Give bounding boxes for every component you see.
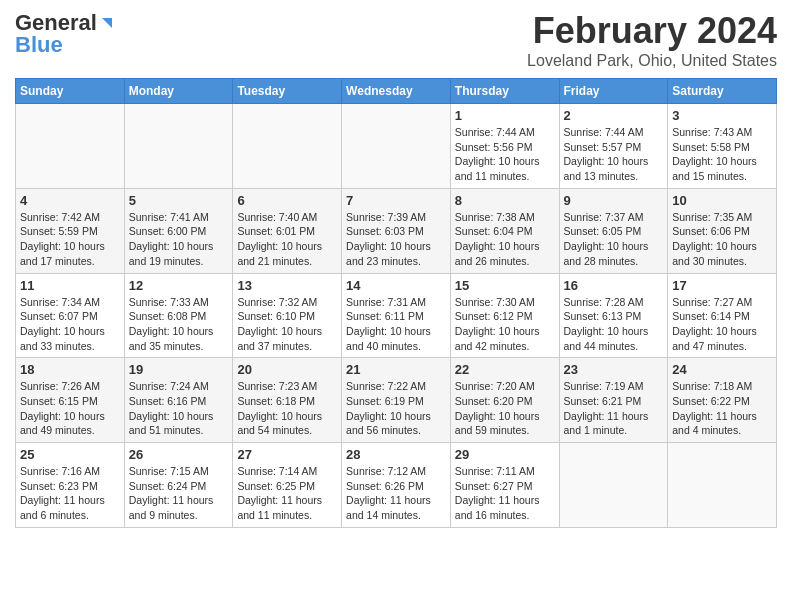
calendar-body: 1Sunrise: 7:44 AM Sunset: 5:56 PM Daylig…	[16, 104, 777, 528]
day-info: Sunrise: 7:32 AM Sunset: 6:10 PM Dayligh…	[237, 295, 337, 354]
col-friday: Friday	[559, 79, 668, 104]
calendar-cell: 22Sunrise: 7:20 AM Sunset: 6:20 PM Dayli…	[450, 358, 559, 443]
day-number: 6	[237, 193, 337, 208]
calendar-cell: 20Sunrise: 7:23 AM Sunset: 6:18 PM Dayli…	[233, 358, 342, 443]
header-right: February 2024 Loveland Park, Ohio, Unite…	[527, 10, 777, 70]
calendar-cell	[233, 104, 342, 189]
location: Loveland Park, Ohio, United States	[527, 52, 777, 70]
day-number: 20	[237, 362, 337, 377]
calendar-cell: 14Sunrise: 7:31 AM Sunset: 6:11 PM Dayli…	[342, 273, 451, 358]
day-info: Sunrise: 7:34 AM Sunset: 6:07 PM Dayligh…	[20, 295, 120, 354]
day-info: Sunrise: 7:18 AM Sunset: 6:22 PM Dayligh…	[672, 379, 772, 438]
calendar-cell: 4Sunrise: 7:42 AM Sunset: 5:59 PM Daylig…	[16, 188, 125, 273]
day-number: 27	[237, 447, 337, 462]
day-info: Sunrise: 7:20 AM Sunset: 6:20 PM Dayligh…	[455, 379, 555, 438]
day-number: 15	[455, 278, 555, 293]
calendar-cell: 11Sunrise: 7:34 AM Sunset: 6:07 PM Dayli…	[16, 273, 125, 358]
logo: General Blue	[15, 10, 116, 58]
day-number: 1	[455, 108, 555, 123]
calendar-cell	[559, 443, 668, 528]
col-monday: Monday	[124, 79, 233, 104]
day-info: Sunrise: 7:15 AM Sunset: 6:24 PM Dayligh…	[129, 464, 229, 523]
logo-blue-text: Blue	[15, 32, 63, 58]
day-number: 2	[564, 108, 664, 123]
day-info: Sunrise: 7:31 AM Sunset: 6:11 PM Dayligh…	[346, 295, 446, 354]
page-container: General Blue February 2024 Loveland Park…	[0, 0, 792, 538]
day-number: 5	[129, 193, 229, 208]
day-number: 14	[346, 278, 446, 293]
calendar-cell	[342, 104, 451, 189]
calendar-week-row: 4Sunrise: 7:42 AM Sunset: 5:59 PM Daylig…	[16, 188, 777, 273]
day-info: Sunrise: 7:14 AM Sunset: 6:25 PM Dayligh…	[237, 464, 337, 523]
calendar-cell: 23Sunrise: 7:19 AM Sunset: 6:21 PM Dayli…	[559, 358, 668, 443]
day-info: Sunrise: 7:23 AM Sunset: 6:18 PM Dayligh…	[237, 379, 337, 438]
col-thursday: Thursday	[450, 79, 559, 104]
calendar-cell: 5Sunrise: 7:41 AM Sunset: 6:00 PM Daylig…	[124, 188, 233, 273]
day-number: 9	[564, 193, 664, 208]
col-tuesday: Tuesday	[233, 79, 342, 104]
day-info: Sunrise: 7:19 AM Sunset: 6:21 PM Dayligh…	[564, 379, 664, 438]
calendar-cell: 6Sunrise: 7:40 AM Sunset: 6:01 PM Daylig…	[233, 188, 342, 273]
day-info: Sunrise: 7:44 AM Sunset: 5:56 PM Dayligh…	[455, 125, 555, 184]
calendar-cell: 21Sunrise: 7:22 AM Sunset: 6:19 PM Dayli…	[342, 358, 451, 443]
calendar-week-row: 1Sunrise: 7:44 AM Sunset: 5:56 PM Daylig…	[16, 104, 777, 189]
calendar-cell: 28Sunrise: 7:12 AM Sunset: 6:26 PM Dayli…	[342, 443, 451, 528]
day-number: 11	[20, 278, 120, 293]
day-info: Sunrise: 7:42 AM Sunset: 5:59 PM Dayligh…	[20, 210, 120, 269]
calendar-cell	[668, 443, 777, 528]
day-info: Sunrise: 7:28 AM Sunset: 6:13 PM Dayligh…	[564, 295, 664, 354]
svg-marker-0	[102, 18, 112, 28]
day-number: 3	[672, 108, 772, 123]
calendar-cell: 2Sunrise: 7:44 AM Sunset: 5:57 PM Daylig…	[559, 104, 668, 189]
calendar-cell: 15Sunrise: 7:30 AM Sunset: 6:12 PM Dayli…	[450, 273, 559, 358]
day-info: Sunrise: 7:27 AM Sunset: 6:14 PM Dayligh…	[672, 295, 772, 354]
day-number: 4	[20, 193, 120, 208]
day-number: 24	[672, 362, 772, 377]
day-info: Sunrise: 7:16 AM Sunset: 6:23 PM Dayligh…	[20, 464, 120, 523]
day-number: 21	[346, 362, 446, 377]
day-info: Sunrise: 7:40 AM Sunset: 6:01 PM Dayligh…	[237, 210, 337, 269]
day-info: Sunrise: 7:11 AM Sunset: 6:27 PM Dayligh…	[455, 464, 555, 523]
month-title: February 2024	[527, 10, 777, 52]
day-info: Sunrise: 7:35 AM Sunset: 6:06 PM Dayligh…	[672, 210, 772, 269]
calendar-header: Sunday Monday Tuesday Wednesday Thursday…	[16, 79, 777, 104]
day-info: Sunrise: 7:22 AM Sunset: 6:19 PM Dayligh…	[346, 379, 446, 438]
calendar-cell: 12Sunrise: 7:33 AM Sunset: 6:08 PM Dayli…	[124, 273, 233, 358]
day-number: 26	[129, 447, 229, 462]
day-number: 22	[455, 362, 555, 377]
day-info: Sunrise: 7:44 AM Sunset: 5:57 PM Dayligh…	[564, 125, 664, 184]
day-number: 28	[346, 447, 446, 462]
day-number: 10	[672, 193, 772, 208]
day-number: 12	[129, 278, 229, 293]
calendar-cell: 1Sunrise: 7:44 AM Sunset: 5:56 PM Daylig…	[450, 104, 559, 189]
header-row: Sunday Monday Tuesday Wednesday Thursday…	[16, 79, 777, 104]
day-number: 7	[346, 193, 446, 208]
calendar-cell: 18Sunrise: 7:26 AM Sunset: 6:15 PM Dayli…	[16, 358, 125, 443]
day-number: 18	[20, 362, 120, 377]
calendar-cell: 26Sunrise: 7:15 AM Sunset: 6:24 PM Dayli…	[124, 443, 233, 528]
calendar-cell: 16Sunrise: 7:28 AM Sunset: 6:13 PM Dayli…	[559, 273, 668, 358]
day-info: Sunrise: 7:12 AM Sunset: 6:26 PM Dayligh…	[346, 464, 446, 523]
day-number: 25	[20, 447, 120, 462]
calendar-cell: 24Sunrise: 7:18 AM Sunset: 6:22 PM Dayli…	[668, 358, 777, 443]
day-number: 8	[455, 193, 555, 208]
day-info: Sunrise: 7:43 AM Sunset: 5:58 PM Dayligh…	[672, 125, 772, 184]
calendar-cell: 25Sunrise: 7:16 AM Sunset: 6:23 PM Dayli…	[16, 443, 125, 528]
calendar-cell: 8Sunrise: 7:38 AM Sunset: 6:04 PM Daylig…	[450, 188, 559, 273]
col-wednesday: Wednesday	[342, 79, 451, 104]
calendar-cell: 17Sunrise: 7:27 AM Sunset: 6:14 PM Dayli…	[668, 273, 777, 358]
day-number: 29	[455, 447, 555, 462]
day-number: 19	[129, 362, 229, 377]
day-info: Sunrise: 7:26 AM Sunset: 6:15 PM Dayligh…	[20, 379, 120, 438]
day-number: 16	[564, 278, 664, 293]
calendar-cell: 27Sunrise: 7:14 AM Sunset: 6:25 PM Dayli…	[233, 443, 342, 528]
day-info: Sunrise: 7:24 AM Sunset: 6:16 PM Dayligh…	[129, 379, 229, 438]
day-info: Sunrise: 7:38 AM Sunset: 6:04 PM Dayligh…	[455, 210, 555, 269]
day-info: Sunrise: 7:37 AM Sunset: 6:05 PM Dayligh…	[564, 210, 664, 269]
calendar-cell: 29Sunrise: 7:11 AM Sunset: 6:27 PM Dayli…	[450, 443, 559, 528]
header: General Blue February 2024 Loveland Park…	[15, 10, 777, 70]
calendar-cell	[124, 104, 233, 189]
day-info: Sunrise: 7:33 AM Sunset: 6:08 PM Dayligh…	[129, 295, 229, 354]
logo-arrow-icon	[98, 14, 116, 32]
calendar-week-row: 25Sunrise: 7:16 AM Sunset: 6:23 PM Dayli…	[16, 443, 777, 528]
